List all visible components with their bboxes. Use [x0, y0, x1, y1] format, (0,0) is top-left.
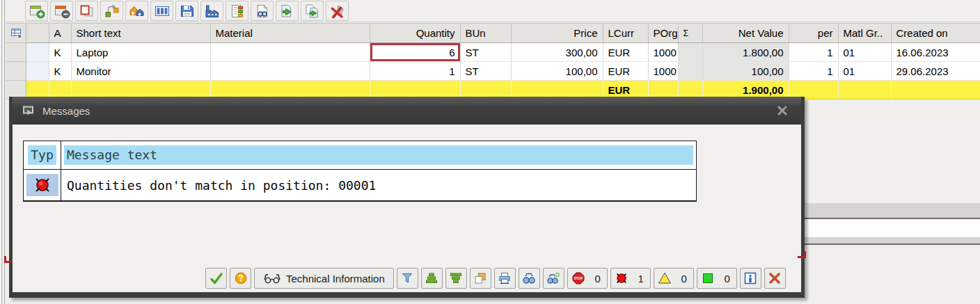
find-next-button[interactable] [543, 268, 564, 289]
glasses-icon [263, 273, 281, 284]
find-button[interactable] [519, 268, 540, 289]
export-document-button[interactable] [276, 1, 299, 21]
copy-button[interactable] [470, 268, 491, 289]
cell-porg[interactable]: 1000 [648, 43, 678, 62]
col-header-per[interactable]: per [789, 24, 838, 43]
sort-descending-button[interactable] [445, 268, 467, 289]
total-blank [891, 81, 980, 99]
factory-button[interactable] [200, 1, 223, 21]
svg-text:?: ? [238, 273, 243, 283]
cell-material[interactable] [210, 43, 370, 62]
cell-lcurr[interactable]: EUR [603, 43, 648, 62]
cell-price[interactable]: 100,00 [511, 62, 603, 81]
cell-sigma[interactable] [678, 43, 702, 62]
dialog-close-button[interactable] [773, 102, 791, 119]
dialog-resize-handle-left[interactable] [4, 256, 13, 263]
warning-count-button[interactable]: 0 [654, 268, 694, 289]
cell-blank[interactable] [26, 62, 49, 81]
help-button[interactable]: ? [230, 268, 251, 289]
col-header-sigma[interactable]: Σ [678, 24, 702, 43]
col-header-quantity[interactable]: Quantity [370, 24, 460, 43]
error-count-button[interactable]: 1 [610, 268, 651, 289]
col-header-blank[interactable] [26, 24, 49, 43]
delete-row-button[interactable] [50, 1, 73, 21]
dialog-resize-handle-right[interactable] [798, 251, 806, 258]
cell-matl-gr[interactable]: 01 [838, 62, 891, 81]
cell-sigma[interactable] [678, 62, 702, 81]
row-selector[interactable] [6, 62, 26, 81]
cancel-order-button[interactable] [326, 1, 349, 21]
item-details-button[interactable] [226, 1, 248, 21]
col-header-price[interactable]: Price [511, 24, 603, 43]
cell-material[interactable] [210, 62, 370, 81]
cell-bun[interactable]: ST [460, 62, 511, 81]
column-settings-button[interactable] [150, 1, 173, 21]
item-details-icon [229, 3, 246, 19]
col-header-porg[interactable]: POrg [648, 24, 678, 43]
cell-quantity-highlighted[interactable]: 6 [370, 43, 460, 62]
save-button[interactable] [175, 1, 198, 21]
cell-lcurr[interactable]: EUR [603, 62, 648, 81]
insert-row-icon [29, 3, 45, 19]
message-text-cell[interactable]: Quantities don't match in position: 0000… [61, 170, 696, 200]
col-header-matl-gr[interactable]: Matl Gr.. [838, 24, 891, 43]
total-blank [838, 81, 891, 99]
col-header-lcurr[interactable]: LCurr [603, 24, 648, 43]
col-header-net-value[interactable]: Net Value [702, 24, 789, 43]
message-type-cell[interactable] [24, 170, 61, 200]
message-row[interactable]: Quantities don't match in position: 0000… [24, 170, 696, 200]
info-button[interactable] [740, 268, 761, 289]
cell-short-text[interactable]: Monitor [71, 62, 210, 81]
cell-short-text[interactable]: Laptop [71, 43, 210, 62]
messages-dialog: Messages Typ Message text Quantities don… [9, 97, 805, 298]
cell-blank[interactable] [26, 43, 49, 62]
col-header-created-on[interactable]: Created on [891, 24, 980, 43]
stop-count-button[interactable]: STOP 0 [567, 268, 608, 289]
stop-icon: STOP [571, 271, 585, 285]
dialog-titlebar[interactable]: Messages [13, 97, 801, 125]
cell-per[interactable]: 1 [789, 62, 838, 81]
horizontal-scrollbar[interactable] [800, 203, 980, 219]
move-item-button[interactable] [100, 1, 123, 21]
vendor-buildings-button[interactable] [125, 1, 148, 21]
col-header-short-text[interactable]: Short text [71, 24, 210, 43]
column-settings-icon [154, 3, 171, 19]
cell-matl-gr[interactable]: 01 [838, 43, 891, 62]
filter-button[interactable] [397, 268, 418, 289]
cell-bun[interactable]: ST [460, 43, 511, 62]
cell-net-value[interactable]: 1.800,00 [702, 43, 789, 62]
cell-a[interactable]: K [49, 43, 71, 62]
copy-cells-button[interactable] [75, 1, 98, 21]
technical-information-button[interactable]: Technical Information [254, 268, 394, 289]
cell-price[interactable]: 300,00 [511, 43, 603, 62]
row-selector[interactable] [6, 43, 26, 62]
message-type-badge [26, 174, 58, 196]
export-document-icon [279, 3, 296, 19]
cell-porg[interactable]: 1000 [648, 62, 678, 81]
success-count-button[interactable]: 0 [697, 268, 737, 289]
error-icon [615, 271, 629, 285]
cell-created-on[interactable]: 16.06.2023 [891, 43, 980, 62]
stop-count: 0 [594, 273, 600, 285]
cell-per[interactable]: 1 [789, 43, 838, 62]
move-item-icon [104, 3, 120, 19]
cell-net-value[interactable]: 100,00 [702, 62, 789, 81]
cell-a[interactable]: K [49, 62, 71, 81]
col-header-material[interactable]: Material [210, 24, 370, 43]
select-all-header[interactable] [6, 24, 26, 43]
sort-ascending-button[interactable] [421, 268, 443, 289]
cell-created-on[interactable]: 29.06.2023 [891, 62, 980, 81]
cell-quantity[interactable]: 1 [370, 62, 460, 81]
save-icon [179, 3, 196, 19]
col-header-a[interactable]: A [49, 24, 71, 43]
print-button[interactable] [494, 268, 516, 289]
copy-document-button[interactable] [301, 1, 324, 21]
search-document-button[interactable] [251, 1, 274, 21]
message-text-header-cell: Message text [61, 141, 696, 169]
main-toolbar [6, 0, 980, 22]
cancel-button[interactable] [764, 268, 786, 289]
success-icon [701, 271, 715, 285]
continue-button[interactable] [205, 268, 227, 289]
col-header-bun[interactable]: BUn [460, 24, 511, 43]
insert-row-button[interactable] [25, 1, 48, 21]
